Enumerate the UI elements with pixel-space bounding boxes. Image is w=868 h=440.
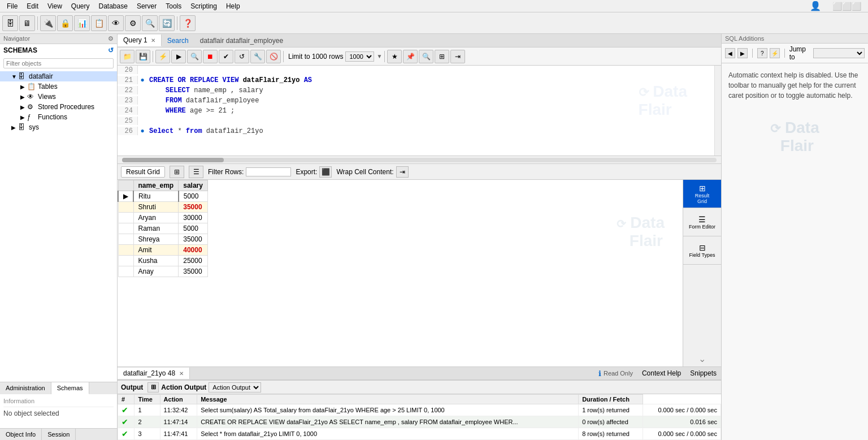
close-connection-btn[interactable]: 🔒 [57,15,73,31]
sql-additions-label: SQL Additions [725,35,764,42]
menu-scripting[interactable]: Scripting [186,1,222,11]
form-editor-icon: ☰ [698,215,706,224]
nav-toggle-btn[interactable]: ⚡ [770,48,780,58]
table-row[interactable]: 35000 [179,202,208,213]
close-query1[interactable]: ✕ [151,37,155,44]
menu-edit[interactable]: Edit [22,1,43,11]
table-row[interactable]: 40000 [179,245,208,256]
tab-schemas[interactable]: Schemas [51,382,89,394]
search-btn[interactable]: 🔍 [142,15,158,31]
nav-back-btn[interactable]: ◀ [725,48,735,58]
col-header-salary[interactable]: salary [179,180,208,191]
table-row[interactable]: Shruti [133,202,179,213]
menu-help[interactable]: Help [222,1,245,11]
success-icon-cell: ✔ [118,416,134,428]
menu-query[interactable]: Query [67,1,94,11]
close-tab-21yo[interactable]: ✕ [179,370,184,377]
form-view-btn[interactable]: ☰ [189,166,203,178]
run-selected-btn[interactable]: ⚡ [155,50,170,63]
open-file-btn[interactable]: 📁 [120,50,134,63]
refresh-btn[interactable]: 🔄 [159,15,175,31]
bottom-tab-dataflair21yo[interactable]: dataflair_21yo 48 ✕ [118,368,190,379]
tree-item-stored-procedures[interactable]: ▶ ⚙ Stored Procedures [0,102,117,112]
table-row[interactable]: Raman [133,223,179,234]
schema-btn[interactable]: 📊 [74,15,90,31]
navigator-icon[interactable]: ⚙ [108,35,114,42]
tab-object-info[interactable]: Object Info [0,429,42,440]
context-help-btn[interactable]: Context Help [637,368,685,378]
new-connection-btn[interactable]: 🗄 [2,15,18,31]
proc-btn[interactable]: ⚙ [125,15,141,31]
grid-view-btn[interactable]: ⊞ [170,166,184,178]
open-connection-btn[interactable]: 🔌 [40,15,56,31]
tree-item-dataflair[interactable]: ▼ 🗄 dataflair [0,71,117,81]
run-btn[interactable]: ▶ [171,50,186,63]
tab-session[interactable]: Session [42,429,76,440]
find-btn[interactable]: 🔍 [419,50,433,63]
save-btn[interactable]: 💾 [136,50,150,63]
table-row[interactable]: 25000 [179,256,208,266]
table-row[interactable]: 35000 [179,266,208,277]
rollback-btn[interactable]: ↺ [235,50,249,63]
format-btn[interactable]: 🔧 [250,50,265,63]
table-row[interactable]: Kusha [133,256,179,266]
nav-help-btn[interactable]: ? [757,48,767,58]
stop-btn[interactable]: ⏹ [203,50,218,63]
limit-dropdown[interactable]: 1000 500 100 [345,51,374,62]
pin-btn[interactable]: 📌 [403,50,418,63]
snippets-btn[interactable]: Snippets [685,368,721,378]
table-row[interactable]: 35000 [179,234,208,245]
debug-btn[interactable]: 🔍 [187,50,202,63]
tab-administration[interactable]: Administration [0,382,51,394]
navigator-label: Navigator [3,35,30,42]
editor-hscrollbar[interactable] [118,156,721,164]
view-btn[interactable]: 👁 [108,15,124,31]
result-grid-tab[interactable]: Result Grid [121,166,165,178]
tab-search[interactable]: Search [162,35,194,46]
tab-query1[interactable]: Query 1 ✕ [118,34,162,46]
table-row[interactable]: 30000 [179,213,208,223]
tree-item-views[interactable]: ▶ 👁 Views [0,92,117,102]
tree-item-sys[interactable]: ▶ 🗄 sys [0,122,117,132]
wrap-btn[interactable]: ⇥ [396,166,409,178]
commit-btn[interactable]: ✔ [219,50,233,63]
schemas-refresh-icon[interactable]: ↺ [108,46,114,54]
form-editor-side-btn[interactable]: ☰ Form Editor [683,208,721,236]
table-row[interactable]: 5000 [179,223,208,234]
table-row[interactable]: Anay [133,266,179,277]
menu-database[interactable]: Database [94,1,132,11]
menu-file[interactable]: File [2,1,22,11]
editor-vscrollbar[interactable] [714,66,721,156]
table-row[interactable]: Shreya [133,234,179,245]
table-row[interactable]: Amit [133,245,179,256]
beautify-btn[interactable]: 🚫 [266,50,281,63]
menu-tools[interactable]: Tools [161,1,186,11]
output-icon-btn[interactable]: ⊞ [147,382,159,392]
tree-item-functions[interactable]: ▶ ƒ Functions [0,112,117,122]
table-row[interactable]: Ritu [133,191,179,202]
export-btn[interactable]: ⬛ [319,166,332,178]
user-icon[interactable]: 👤 [805,0,826,12]
wrap-btn[interactable]: ⇥ [450,50,465,63]
filter-input[interactable] [3,58,114,68]
editor-area[interactable]: 20 21 ● CREATE OR REPLACE VIEW dataFlair… [118,66,721,156]
filter-rows-input[interactable] [246,167,291,176]
col-header-name-emp[interactable]: name_emp [133,180,179,191]
new-instance-btn[interactable]: 🖥 [19,15,35,31]
result-grid-side-btn[interactable]: ⊞ ResultGrid [683,180,721,208]
h-scrollbar-thumb[interactable] [122,158,224,162]
jump-to-select[interactable] [813,48,865,58]
output-selector-dropdown[interactable]: Action Output [209,382,261,392]
field-types-side-btn[interactable]: ⊟ Field Types [683,236,721,265]
help-btn[interactable]: ❓ [180,15,196,31]
menu-server[interactable]: Server [132,1,161,11]
tree-item-tables[interactable]: ▶ 📋 Tables [0,81,117,92]
nav-fwd-btn[interactable]: ▶ [737,48,748,58]
expand-down-btn[interactable]: ⌄ [683,351,721,366]
bookmark-btn[interactable]: ★ [387,50,402,63]
menu-view[interactable]: View [43,1,67,11]
table-row[interactable]: 5000 [179,191,208,202]
col-btn[interactable]: ⊞ [435,50,449,63]
table-row[interactable]: Aryan [133,213,179,223]
table-btn[interactable]: 📋 [91,15,107,31]
